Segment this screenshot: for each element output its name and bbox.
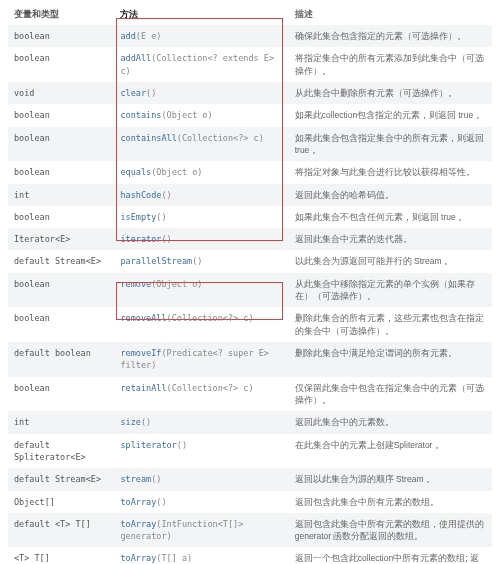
method-name-link[interactable]: retainAll	[120, 383, 166, 393]
api-table-container: 变量和类型 方法 描述 booleanadd(E e)确保此集合包含指定的元素（…	[0, 0, 500, 564]
table-row: booleanremoveAll(Collection<?> c)删除此集合的所…	[8, 307, 492, 342]
method-description: 从此集合中删除所有元素（可选操作）。	[289, 82, 492, 104]
table-row: booleancontainsAll(Collection<?> c)如果此集合…	[8, 127, 492, 162]
method-signature: isEmpty()	[114, 206, 288, 228]
method-name-link[interactable]: addAll	[120, 53, 151, 63]
return-type: Object[]	[8, 491, 114, 513]
return-type: default boolean	[8, 342, 114, 377]
return-type: boolean	[8, 206, 114, 228]
method-name-link[interactable]: toArray	[120, 497, 156, 507]
table-row: voidclear()从此集合中删除所有元素（可选操作）。	[8, 82, 492, 104]
method-signature: size()	[114, 411, 288, 433]
method-params: (Object o)	[151, 167, 202, 177]
table-row: default Stream<E>stream()返回以此集合为源的顺序 Str…	[8, 468, 492, 490]
table-row: Iterator<E>iterator()返回此集合中元素的迭代器。	[8, 228, 492, 250]
return-type: boolean	[8, 377, 114, 412]
method-description: 返回以此集合为源的顺序 Stream 。	[289, 468, 492, 490]
method-params: ()	[177, 440, 187, 450]
method-name-link[interactable]: size	[120, 417, 140, 427]
method-description: 如果此collection包含指定的元素，则返回 true 。	[289, 104, 492, 126]
return-type: boolean	[8, 161, 114, 183]
method-description: 将指定集合中的所有元素添加到此集合中（可选操作）。	[289, 47, 492, 82]
method-signature: iterator()	[114, 228, 288, 250]
method-description: 返回此集合中元素的迭代器。	[289, 228, 492, 250]
table-row: default Spliterator<E>spliterator()在此集合中…	[8, 434, 492, 469]
method-params: ()	[156, 212, 166, 222]
method-params: (Object o)	[151, 279, 202, 289]
return-type: boolean	[8, 104, 114, 126]
method-description: 返回此集合中的元素数。	[289, 411, 492, 433]
table-row: default Stream<E>parallelStream()以此集合为源返…	[8, 250, 492, 272]
header-description: 描述	[289, 4, 492, 25]
method-name-link[interactable]: remove	[120, 279, 151, 289]
method-name-link[interactable]: add	[120, 31, 135, 41]
method-name-link[interactable]: containsAll	[120, 133, 176, 143]
return-type: default Stream<E>	[8, 250, 114, 272]
method-name-link[interactable]: removeAll	[120, 313, 166, 323]
method-name-link[interactable]: contains	[120, 110, 161, 120]
method-params: (T[] a)	[156, 553, 192, 563]
method-description: 删除此集合的所有元素，这些元素也包含在指定的集合中（可选操作）。	[289, 307, 492, 342]
method-name-link[interactable]: spliterator	[120, 440, 176, 450]
header-method: 方法	[114, 4, 288, 25]
table-row: default booleanremoveIf(Predicate<? supe…	[8, 342, 492, 377]
method-signature: removeAll(Collection<?> c)	[114, 307, 288, 342]
method-description: 返回包含此集合中所有元素的数组，使用提供的 generator 函数分配返回的数…	[289, 513, 492, 548]
method-name-link[interactable]: toArray	[120, 519, 156, 529]
method-signature: contains(Object o)	[114, 104, 288, 126]
table-row: booleanadd(E e)确保此集合包含指定的元素（可选操作）。	[8, 25, 492, 47]
table-row: booleanequals(Object o)将指定对象与此集合进行比较以获得相…	[8, 161, 492, 183]
return-type: boolean	[8, 25, 114, 47]
method-params: (Collection<?> c)	[177, 133, 264, 143]
method-name-link[interactable]: isEmpty	[120, 212, 156, 222]
return-type: int	[8, 184, 114, 206]
method-name-link[interactable]: iterator	[120, 234, 161, 244]
method-signature: retainAll(Collection<?> c)	[114, 377, 288, 412]
method-table: 变量和类型 方法 描述 booleanadd(E e)确保此集合包含指定的元素（…	[8, 4, 492, 564]
method-name-link[interactable]: clear	[120, 88, 146, 98]
return-type: boolean	[8, 127, 114, 162]
method-params: (Collection<?> c)	[167, 383, 254, 393]
method-signature: parallelStream()	[114, 250, 288, 272]
method-description: 如果此集合不包含任何元素，则返回 true 。	[289, 206, 492, 228]
method-name-link[interactable]: parallelStream	[120, 256, 192, 266]
return-type: default <T> T[]	[8, 513, 114, 548]
method-signature: spliterator()	[114, 434, 288, 469]
method-signature: toArray()	[114, 491, 288, 513]
table-row: default <T> T[]toArray(IntFunction<T[]> …	[8, 513, 492, 548]
table-row: <T> T[]toArray(T[] a)返回一个包含此collection中所…	[8, 547, 492, 564]
method-description: 确保此集合包含指定的元素（可选操作）。	[289, 25, 492, 47]
method-signature: removeIf(Predicate<? super E> filter)	[114, 342, 288, 377]
return-type: default Stream<E>	[8, 468, 114, 490]
table-row: intsize()返回此集合中的元素数。	[8, 411, 492, 433]
return-type: void	[8, 82, 114, 104]
method-signature: addAll(Collection<? extends E> c)	[114, 47, 288, 82]
method-description: 返回一个包含此collection中所有元素的数组; 返回数组的运行时类型是指定…	[289, 547, 492, 564]
method-params: ()	[151, 474, 161, 484]
method-params: ()	[141, 417, 151, 427]
method-name-link[interactable]: stream	[120, 474, 151, 484]
method-signature: hashCode()	[114, 184, 288, 206]
table-row: booleancontains(Object o)如果此collection包含…	[8, 104, 492, 126]
table-row: inthashCode()返回此集合的哈希码值。	[8, 184, 492, 206]
method-name-link[interactable]: toArray	[120, 553, 156, 563]
method-description: 以此集合为源返回可能并行的 Stream 。	[289, 250, 492, 272]
method-signature: stream()	[114, 468, 288, 490]
method-description: 仅保留此集合中包含在指定集合中的元素（可选操作）。	[289, 377, 492, 412]
method-name-link[interactable]: equals	[120, 167, 151, 177]
method-name-link[interactable]: hashCode	[120, 190, 161, 200]
return-type: Iterator<E>	[8, 228, 114, 250]
return-type: default Spliterator<E>	[8, 434, 114, 469]
method-description: 删除此集合中满足给定谓词的所有元素。	[289, 342, 492, 377]
method-params: ()	[156, 497, 166, 507]
method-signature: containsAll(Collection<?> c)	[114, 127, 288, 162]
method-signature: add(E e)	[114, 25, 288, 47]
method-params: ()	[161, 190, 171, 200]
table-row: booleanisEmpty()如果此集合不包含任何元素，则返回 true 。	[8, 206, 492, 228]
header-return-type: 变量和类型	[8, 4, 114, 25]
method-description: 返回包含此集合中所有元素的数组。	[289, 491, 492, 513]
return-type: boolean	[8, 47, 114, 82]
method-name-link[interactable]: removeIf	[120, 348, 161, 358]
method-params: ()	[192, 256, 202, 266]
method-params: (Object o)	[161, 110, 212, 120]
